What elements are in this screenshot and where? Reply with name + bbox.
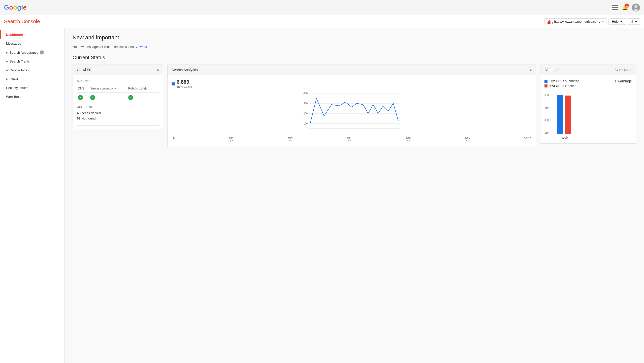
bar-chart-svg: [555, 94, 575, 134]
sidebar-item-search-appearance[interactable]: ▶ Search Appearance i: [0, 48, 64, 57]
sitemaps-body: 582 URLs submitted 573 URLs indexed: [540, 75, 636, 143]
sitemaps-content-row: 582 URLs submitted 573 URLs indexed: [544, 79, 632, 92]
bar-chart-y-labels: 600 450 300 150: [544, 94, 549, 134]
chart-legend-blue-box: [172, 82, 175, 85]
apps-icon[interactable]: [612, 5, 618, 10]
legend-item-submitted: 582 URLs submitted: [544, 79, 579, 83]
url-errors-label: URL Errors: [77, 105, 159, 109]
not-found-count: 63: [77, 116, 80, 120]
sidebar-item-label: Google Index: [10, 68, 29, 72]
notification-badge: 1: [625, 4, 629, 8]
x-label-3: 7/21/17: [347, 137, 352, 143]
expand-arrow-icon: ▶: [6, 60, 8, 63]
new-and-important-title: New and important: [73, 34, 636, 41]
server-connectivity-status: ✓: [89, 93, 127, 101]
sitemaps-card: Sitemaps By me (2) » 5: [540, 65, 636, 144]
sidebar-item-label: Security Issues: [6, 86, 28, 90]
svg-point-1: [634, 5, 637, 8]
robots-check-icon: ✓: [128, 95, 133, 100]
search-analytics-card: Search Analytics » 6,889 Total Clicks: [167, 65, 536, 147]
current-status-title: Current Status: [73, 55, 636, 60]
urls-indexed-value: 573 URLs indexed: [550, 84, 576, 88]
line-chart-container: 400 300 200 100: [172, 91, 532, 136]
site-selector-bars-icon: [547, 20, 553, 24]
expand-arrow-icon: ▶: [6, 78, 8, 80]
line-chart-path: [310, 98, 398, 124]
y-label-450: 450: [544, 106, 549, 109]
svg-text:300: 300: [303, 102, 308, 105]
expand-arrow-icon: ▶: [6, 69, 8, 72]
line-chart-svg: 400 300 200 100: [172, 91, 532, 136]
sidebar-item-label: Crawl: [10, 77, 18, 81]
site-url: http://www.amazeemetrics.com/: [554, 20, 600, 23]
main-content: New and important No new messages or rec…: [65, 28, 644, 363]
no-messages-label: No new messages or recent critical issue…: [73, 45, 135, 49]
chart-x-labels: 7/… 7/13/17 7/17/17 7/21/17 7/25/17 7/29…: [172, 137, 532, 143]
sidebar-item-security-issues[interactable]: Security Issues: [0, 83, 64, 92]
card-divider: [77, 125, 159, 126]
chart-info: 6,889 Total Clicks: [172, 79, 532, 89]
no-messages-text: No new messages or recent critical issue…: [73, 45, 636, 49]
server-connectivity-column-header: Server connectivity: [89, 86, 127, 93]
help-chevron-down-icon: ▼: [620, 20, 623, 23]
help-button[interactable]: Help ▼: [608, 18, 626, 25]
robots-fetch-status: ✓: [127, 93, 159, 101]
sidebar-item-search-traffic[interactable]: ▶ Search Traffic: [0, 57, 64, 66]
x-label-0: 7/…: [173, 137, 175, 143]
site-selector[interactable]: http://www.amazeemetrics.com/ ▼: [544, 18, 606, 25]
search-analytics-title: Search Analytics: [172, 68, 198, 72]
sidebar-item-web-tools[interactable]: Web Tools: [0, 92, 64, 101]
info-icon: i: [40, 50, 44, 54]
bar-chart-wrapper: 600 450 300 150: [544, 94, 632, 139]
bar-indexed: [565, 96, 571, 134]
svg-text:400: 400: [303, 92, 308, 95]
svg-text:200: 200: [303, 112, 308, 115]
app-title: Search Console: [4, 19, 40, 24]
warnings-text: 1 warnings: [615, 79, 632, 83]
not-found-line: 63 Not found: [77, 116, 159, 121]
notification-button[interactable]: 🔔 1: [621, 4, 629, 12]
gear-icon: ⚙: [630, 20, 633, 23]
y-label-150: 150: [544, 131, 549, 134]
bar-submitted: [557, 95, 563, 134]
crawl-errors-card-header: Crawl Errors »: [73, 65, 163, 75]
dns-column-header: DNS: [77, 86, 89, 93]
sidebar: Dashboard Messages ▶ Search Appearance i…: [0, 28, 65, 363]
sidebar-item-messages[interactable]: Messages: [0, 39, 64, 48]
total-clicks-label: Total Clicks: [177, 85, 192, 89]
sitemaps-legend: 582 URLs submitted 573 URLs indexed: [544, 79, 579, 88]
search-analytics-expand-icon[interactable]: »: [530, 68, 532, 72]
access-denied-line: 4 Access denied: [77, 111, 159, 116]
help-label: Help: [612, 20, 619, 23]
x-label-1: 7/13/17: [229, 137, 234, 143]
svg-text:100: 100: [303, 122, 308, 125]
access-denied-count: 4: [77, 111, 79, 115]
sidebar-item-label: Dashboard: [6, 33, 23, 37]
site-errors-row: ✓ ✓ ✓: [77, 93, 159, 101]
site-selector-chevron-down-icon: ▼: [602, 20, 604, 23]
sidebar-item-google-index[interactable]: ▶ Google Index: [0, 66, 64, 75]
avatar[interactable]: [632, 4, 640, 12]
by-me-text: By me (2): [615, 68, 628, 72]
crawl-errors-title: Crawl Errors: [77, 68, 96, 72]
y-label-300: 300: [544, 119, 549, 122]
not-found-text: Not found: [81, 116, 95, 120]
x-label-4: 7/25/17: [406, 137, 411, 143]
sidebar-item-crawl[interactable]: ▶ Crawl: [0, 75, 64, 83]
view-all-link[interactable]: View all: [136, 45, 147, 49]
layout: Dashboard Messages ▶ Search Appearance i…: [0, 28, 644, 363]
crawl-errors-expand-icon[interactable]: »: [157, 68, 159, 72]
sidebar-item-label: Web Tools: [6, 95, 21, 99]
sidebar-item-dashboard[interactable]: Dashboard: [0, 30, 64, 39]
sub-header-right: http://www.amazeemetrics.com/ ▼ Help ▼ ⚙…: [544, 18, 640, 25]
server-check-icon: ✓: [90, 95, 95, 100]
new-and-important-section: New and important No new messages or rec…: [73, 34, 636, 49]
crawl-errors-card: Crawl Errors » Site Errors DNS Server co…: [73, 65, 163, 130]
settings-button[interactable]: ⚙ ▼: [628, 18, 640, 25]
google-logo: Google: [4, 4, 27, 11]
crawl-errors-body: Site Errors DNS Server connectivity Robo…: [73, 75, 163, 130]
sitemaps-expand-icon[interactable]: »: [630, 68, 632, 72]
dns-status: ✓: [77, 93, 89, 101]
search-analytics-body: 6,889 Total Clicks 400: [168, 75, 536, 147]
x-label-2: 7/17/17: [288, 137, 293, 143]
